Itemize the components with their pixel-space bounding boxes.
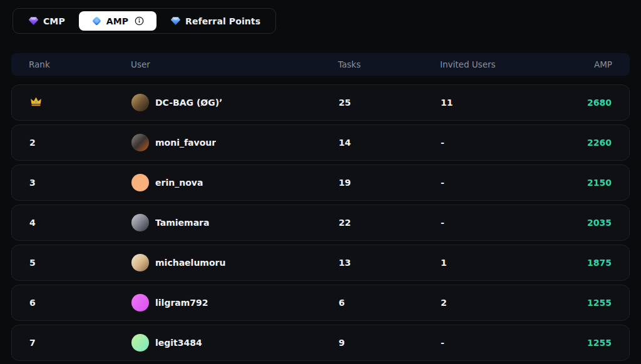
table-row: 2 moni_favour 14 - 2260 [11,124,630,161]
user-cell: lilgram792 [131,294,339,311]
avatar [131,334,149,351]
user-cell: legit3484 [131,334,339,351]
rank-cell: 6 [29,298,131,308]
rank-cell: 5 [29,258,131,268]
purple-gem-icon [28,16,39,26]
header-rank: Rank [29,59,131,69]
header-invited-users: Invited Users [440,59,543,69]
invited-cell: 11 [441,98,543,108]
user-cell: Tamiemara [131,214,339,231]
blue-gem-icon [170,16,181,26]
user-cell: erin_nova [131,174,339,191]
tab-amp[interactable]: AMP [79,11,156,31]
username: moni_favour [155,138,216,148]
avatar [131,294,149,311]
tasks-cell: 19 [339,178,441,188]
tab-referral-points[interactable]: Referral Points [158,11,273,31]
invited-cell: - [441,138,543,148]
header-tasks: Tasks [338,59,440,69]
amp-cell: 1875 [543,258,612,268]
header-user: User [131,59,338,69]
rank-cell: 3 [29,178,131,188]
tab-cmp-label: CMP [43,16,65,26]
info-icon[interactable] [135,16,144,26]
rank-cell: 2 [29,138,131,148]
crown-icon [30,96,42,107]
table-header: Rank User Tasks Invited Users AMP [11,53,630,76]
tab-referral-label: Referral Points [185,16,260,26]
amp-cell: 1255 [543,338,612,348]
invited-cell: - [441,178,543,188]
blue-gem-icon [91,16,102,26]
username: erin_nova [155,178,203,188]
tasks-cell: 9 [339,338,441,348]
amp-cell: 2680 [543,98,612,108]
leaderboard-page: CMP AMP [0,0,641,361]
avatar [131,254,149,271]
leaderboard-rows: DC-BAG (ØG)ʼ 25 11 2680 2 moni_favour 14… [11,84,630,361]
avatar [131,94,149,111]
tab-amp-label: AMP [106,16,128,26]
header-amp: AMP [543,59,612,69]
table-row: 4 Tamiemara 22 - 2035 [11,205,630,241]
username: legit3484 [155,338,202,348]
user-cell: moni_favour [131,134,339,151]
table-row: 7 legit3484 9 - 1255 [11,325,630,361]
user-cell: DC-BAG (ØG)ʼ [131,94,339,111]
username: Tamiemara [155,218,209,228]
amp-cell: 1255 [543,298,612,308]
username: DC-BAG (ØG)ʼ [155,98,222,108]
rank-cell: 4 [29,218,131,228]
table-row: DC-BAG (ØG)ʼ 25 11 2680 [11,84,630,121]
table-row: 5 michaelumoru 13 1 1875 [11,245,630,281]
invited-cell: 1 [441,258,543,268]
invited-cell: - [441,218,543,228]
user-cell: michaelumoru [131,254,339,271]
rank-cell [29,96,131,109]
invited-cell: - [441,338,543,348]
tab-cmp[interactable]: CMP [16,11,78,31]
avatar [131,174,149,191]
username: michaelumoru [155,258,225,268]
rank-cell: 7 [29,338,131,348]
points-tab-bar: CMP AMP [13,8,276,34]
amp-cell: 2035 [543,218,612,228]
username: lilgram792 [155,298,208,308]
tasks-cell: 25 [339,98,441,108]
amp-cell: 2150 [543,178,612,188]
tasks-cell: 13 [339,258,441,268]
tasks-cell: 6 [339,298,441,308]
tasks-cell: 22 [339,218,441,228]
amp-cell: 2260 [543,138,612,148]
table-row: 3 erin_nova 19 - 2150 [11,164,630,201]
avatar [131,214,149,231]
invited-cell: 2 [441,298,543,308]
table-row: 6 lilgram792 6 2 1255 [11,285,630,321]
tasks-cell: 14 [339,138,441,148]
avatar [131,134,149,151]
